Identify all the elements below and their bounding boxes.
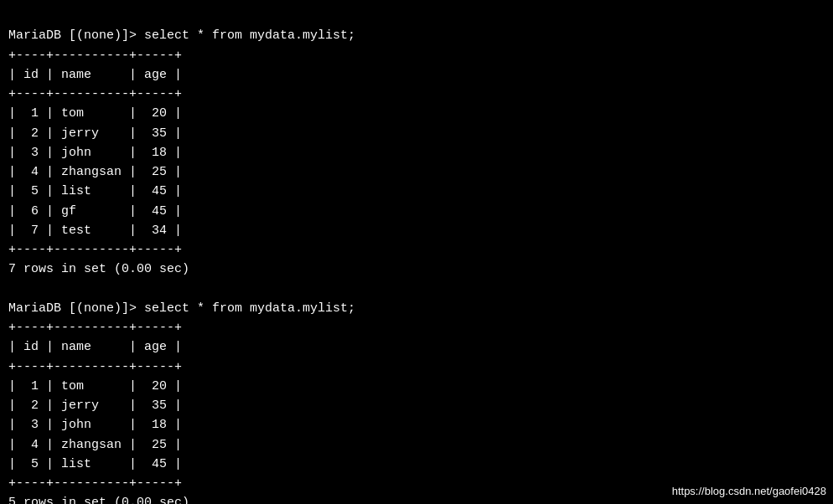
table1-row-7: | 7 | test | 34 | [8, 224, 182, 238]
table2-row-3: | 3 | john | 18 | [8, 418, 182, 432]
table1-row-5: | 5 | list | 45 | [8, 184, 182, 198]
table1-row-3: | 3 | john | 18 | [8, 146, 182, 160]
table2-row-2: | 2 | jerry | 35 | [8, 399, 182, 413]
table1-row-4: | 4 | zhangsan | 25 | [8, 165, 182, 179]
table1-row-2: | 2 | jerry | 35 | [8, 126, 182, 141]
table1-header: | id | name | age | [8, 68, 182, 82]
table1-sep-mid: +----+----------+-----+ [8, 87, 182, 101]
watermark-text: https://blog.csdn.net/gaofei0428 [672, 485, 826, 497]
table2-rowcount: 5 rows in set (0.00 sec) [8, 496, 189, 504]
table2-row-4: | 4 | zhangsan | 25 | [8, 438, 182, 452]
table1-sep-bot: +----+----------+-----+ [8, 243, 182, 257]
table1-row-1: | 1 | tom | 20 | [8, 106, 182, 121]
table2-row-1: | 1 | tom | 20 | [8, 379, 182, 393]
terminal-output: MariaDB [(none)]> select * from mydata.m… [8, 7, 825, 504]
table2-sep-mid: +----+----------+-----+ [8, 360, 182, 374]
table1-rowcount: 7 rows in set (0.00 sec) [8, 262, 189, 276]
table2-sep-top: +----+----------+-----+ [8, 321, 182, 335]
table1-row-6: | 6 | gf | 45 | [8, 204, 182, 219]
terminal-window: MariaDB [(none)]> select * from mydata.m… [0, 0, 833, 504]
table2-header: | id | name | age | [8, 340, 182, 354]
table2-sep-bot: +----+----------+-----+ [8, 476, 182, 491]
query1-line: MariaDB [(none)]> select * from mydata.m… [8, 28, 355, 43]
table2-row-5: | 5 | list | 45 | [8, 457, 182, 471]
query2-line: MariaDB [(none)]> select * from mydata.m… [8, 301, 355, 316]
table1-sep-top: +----+----------+-----+ [8, 49, 182, 63]
